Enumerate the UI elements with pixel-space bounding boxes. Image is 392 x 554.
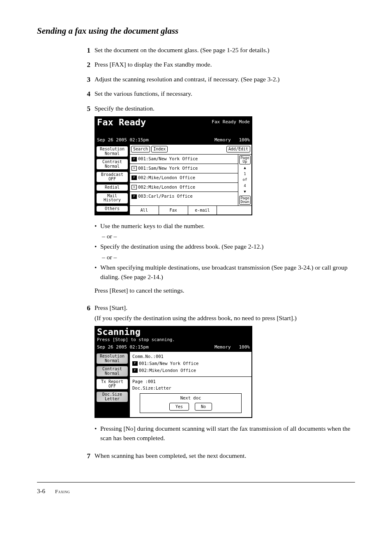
filter-email-tab[interactable]: e-mail <box>188 206 217 215</box>
page-current: 1 <box>238 171 251 177</box>
step-number: 4 <box>82 89 90 99</box>
page-footer: 3-6 Faxing <box>37 482 355 496</box>
step-number: 7 <box>82 451 90 462</box>
lcd-memory-label: Memory <box>214 344 231 350</box>
filter-blank <box>217 206 251 215</box>
address-row[interactable]: F001:Sam/New York Office <box>130 155 238 164</box>
address-row[interactable]: ✉002:Mike/London Office <box>130 183 238 192</box>
filter-fax-tab[interactable]: Fax <box>159 206 188 215</box>
bullet-text: Specify the destination using the addres… <box>100 242 355 251</box>
softkey-contrast[interactable]: Contrast Normal <box>96 159 128 170</box>
footer-page-number: 3-6 <box>37 487 45 496</box>
destination-line: 001:Sam/New York Office <box>139 360 198 367</box>
step-3: 3 Adjust the scanning resolution and con… <box>82 74 355 85</box>
fax-icon: F <box>132 361 138 366</box>
step-text: Set the document on the document glass. … <box>95 45 355 55</box>
mail-icon: ✉ <box>131 166 137 171</box>
page-down-button[interactable]: Page Down <box>239 196 251 205</box>
destination-line: 002:Mike/London Office <box>139 367 196 374</box>
yes-button[interactable]: Yes <box>169 403 189 411</box>
step-text: Press [Start]. <box>95 303 355 312</box>
fax-icon: F <box>131 194 137 199</box>
doc-size: Doc.Size:Letter <box>132 385 249 392</box>
lcd-fax-ready: Fax Ready Fax Ready Mode Sep 26 2005 02:… <box>95 116 252 215</box>
step-text: Adjust the scanning resolution and contr… <box>95 74 355 84</box>
page-of-label: of <box>238 177 251 183</box>
step-text: When scanning has been completed, set th… <box>95 451 355 460</box>
lcd-datetime: Sep 26 2005 02:15pm <box>97 137 149 144</box>
step-text: Press [FAX] to display the Fax standby m… <box>95 60 355 69</box>
page-total: 4 <box>238 183 251 189</box>
lcd-memory-value: 100% <box>239 137 250 143</box>
lcd-memory-value: 100% <box>239 344 250 350</box>
step-text: Set the various functions, if necessary. <box>95 89 355 98</box>
fax-icon: F <box>132 368 138 373</box>
bullet-icon: • <box>95 221 100 231</box>
softkey-redial[interactable]: Redial <box>96 184 128 191</box>
page-up-button[interactable]: Page Up <box>239 155 251 164</box>
bullet-text: When specifying multiple destinations, u… <box>100 263 355 282</box>
fax-icon: F <box>131 175 137 180</box>
softkey-resolution[interactable]: Resolution Normal <box>96 146 128 157</box>
bullet-text: Pressing [No] during document scanning w… <box>100 424 355 443</box>
step-number: 1 <box>82 45 90 56</box>
arrow-down-icon: ▼ <box>238 189 251 195</box>
lcd-scanning: Scanning Press [Stop] to stop scanning. … <box>95 326 252 418</box>
address-row[interactable]: F002:Mike/London Office <box>130 173 238 183</box>
softkey-broadcast[interactable]: Broadcast OFF <box>96 171 128 182</box>
step-number: 2 <box>82 60 90 70</box>
lcd-title: Scanning <box>97 328 141 337</box>
or-separator: – or – <box>102 252 355 262</box>
no-button[interactable]: No <box>195 403 212 411</box>
step-6: 6 Press [Start]. (If you specify the des… <box>82 303 355 447</box>
step-subtext: (If you specify the destination using th… <box>95 313 355 323</box>
lcd-title: Fax Ready <box>97 118 146 127</box>
softkey-mail-history[interactable]: Mail History <box>96 193 128 204</box>
softkey-resolution: Resolution Normal <box>96 353 128 364</box>
step-4: 4 Set the various functions, if necessar… <box>82 89 355 99</box>
mail-icon: ✉ <box>131 185 137 189</box>
step-1: 1 Set the document on the document glass… <box>82 45 355 56</box>
softkey-tx-report[interactable]: Tx Report OFF <box>96 379 128 390</box>
footer-section-label: Faxing <box>55 487 70 496</box>
index-button[interactable]: Index <box>151 146 168 152</box>
step-5: 5 Specify the destination. Fax Ready Fax… <box>82 104 355 299</box>
step-2: 2 Press [FAX] to display the Fax standby… <box>82 60 355 70</box>
fax-icon: F <box>131 157 137 162</box>
next-doc-dialog: Next doc Yes No <box>140 393 242 413</box>
address-row[interactable]: F003:Carl/Paris Office <box>130 192 238 201</box>
page-count: Page :001 <box>132 379 249 385</box>
lcd-datetime: Sep 26 2005 02:15pm <box>97 344 149 351</box>
arrow-up-icon: ▲ <box>238 165 251 171</box>
bullet-icon: • <box>95 424 100 443</box>
softkey-others[interactable]: Others <box>96 205 128 212</box>
or-separator: – or – <box>102 231 355 241</box>
step-number: 5 <box>82 104 90 114</box>
lcd-stop-message: Press [Stop] to stop scanning. <box>97 337 250 343</box>
softkey-contrast: Contrast Normal <box>96 366 128 377</box>
lcd-mode-label: Fax Ready Mode <box>212 118 250 126</box>
bullet-icon: • <box>95 263 100 282</box>
bullet-icon: • <box>95 242 100 251</box>
address-list: F001:Sam/New York Office ✉001:Sam/New Yo… <box>130 155 238 205</box>
step-text: Specify the destination. <box>95 104 355 113</box>
address-row[interactable]: ✉001:Sam/New York Office <box>130 164 238 173</box>
section-heading: Sending a fax using the document glass <box>37 25 355 38</box>
next-doc-label: Next doc <box>142 395 240 402</box>
lcd-memory-label: Memory <box>214 137 231 143</box>
step-number: 3 <box>82 74 90 85</box>
filter-all-tab[interactable]: All <box>130 206 159 215</box>
reset-note: Press [Reset] to cancel the settings. <box>95 286 355 295</box>
softkey-doc-size: Doc.Size Letter <box>96 391 128 402</box>
comm-number: Comm.No.:001 <box>132 353 249 360</box>
search-button[interactable]: Search <box>131 146 150 152</box>
step-7: 7 When scanning has been completed, set … <box>82 451 355 462</box>
bullet-text: Use the numeric keys to dial the number. <box>100 221 355 231</box>
add-edit-button[interactable]: Add/Edit <box>226 146 250 152</box>
step-number: 6 <box>82 303 90 314</box>
